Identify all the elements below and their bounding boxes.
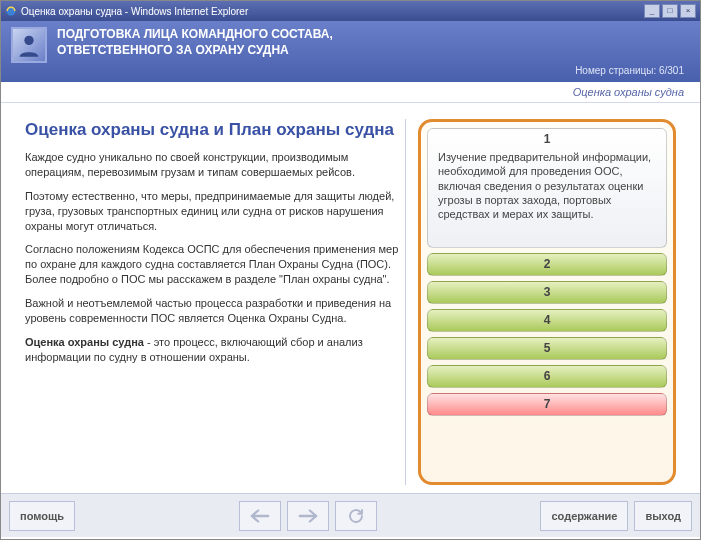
course-header: ПОДГОТОВКА ЛИЦА КОМАНДНОГО СОСТАВА, ОТВЕ… (1, 21, 700, 82)
steps-column: 1 Изучение предварительной информации, н… (418, 119, 676, 485)
back-button[interactable] (239, 501, 281, 531)
step-number: 1 (436, 132, 658, 146)
step-number: 4 (436, 313, 658, 327)
refresh-icon (347, 507, 365, 525)
step-item-7[interactable]: 7 (427, 393, 667, 416)
avatar (11, 27, 47, 63)
step-item-4[interactable]: 4 (427, 309, 667, 332)
step-item-3[interactable]: 3 (427, 281, 667, 304)
paragraph: Оценка охраны судна - это процесс, включ… (25, 335, 399, 365)
step-item-6[interactable]: 6 (427, 365, 667, 388)
maximize-button[interactable]: □ (662, 4, 678, 18)
page-number: Номер страницы: 6/301 (11, 63, 690, 80)
window-titlebar: Оценка охраны судна - Windows Internet E… (1, 1, 700, 21)
step-number: 5 (436, 341, 658, 355)
window-buttons: _ □ × (644, 4, 696, 18)
forward-button[interactable] (287, 501, 329, 531)
help-button[interactable]: помощь (9, 501, 75, 531)
breadcrumb: Оценка охраны судна (1, 82, 700, 103)
step-description: Изучение предварительной информации, нео… (436, 146, 658, 223)
text-column: Оценка охраны судна и План охраны судна … (25, 119, 406, 485)
content-area: Оценка охраны судна и План охраны судна … (1, 103, 700, 493)
step-item-1[interactable]: 1 Изучение предварительной информации, н… (427, 128, 667, 248)
course-title-line1: ПОДГОТОВКА ЛИЦА КОМАНДНОГО СОСТАВА, (57, 27, 333, 43)
step-number: 6 (436, 369, 658, 383)
step-number: 3 (436, 285, 658, 299)
svg-point-1 (24, 36, 33, 45)
contents-button[interactable]: содержание (540, 501, 628, 531)
refresh-button[interactable] (335, 501, 377, 531)
minimize-button[interactable]: _ (644, 4, 660, 18)
window-title: Оценка охраны судна - Windows Internet E… (21, 6, 248, 17)
step-item-2[interactable]: 2 (427, 253, 667, 276)
paragraph: Согласно положениям Кодекса ОСПС для обе… (25, 242, 399, 287)
steps-panel: 1 Изучение предварительной информации, н… (418, 119, 676, 485)
page-title: Оценка охраны судна и План охраны судна (25, 119, 399, 140)
exit-button[interactable]: выход (634, 501, 692, 531)
bold-term: Оценка охраны судна (25, 336, 144, 348)
step-item-5[interactable]: 5 (427, 337, 667, 360)
arrow-left-icon (249, 507, 271, 525)
close-button[interactable]: × (680, 4, 696, 18)
paragraph: Поэтому естественно, что меры, предприни… (25, 189, 399, 234)
step-number: 2 (436, 257, 658, 271)
paragraph: Каждое судно уникально по своей конструк… (25, 150, 399, 180)
step-number: 7 (436, 397, 658, 411)
ie-icon (5, 5, 17, 17)
arrow-right-icon (297, 507, 319, 525)
course-title-line2: ОТВЕТСТВЕННОГО ЗА ОХРАНУ СУДНА (57, 43, 333, 59)
footer-bar: помощь содержание выход (1, 493, 700, 537)
paragraph: Важной и неотъемлемой частью процесса ра… (25, 296, 399, 326)
